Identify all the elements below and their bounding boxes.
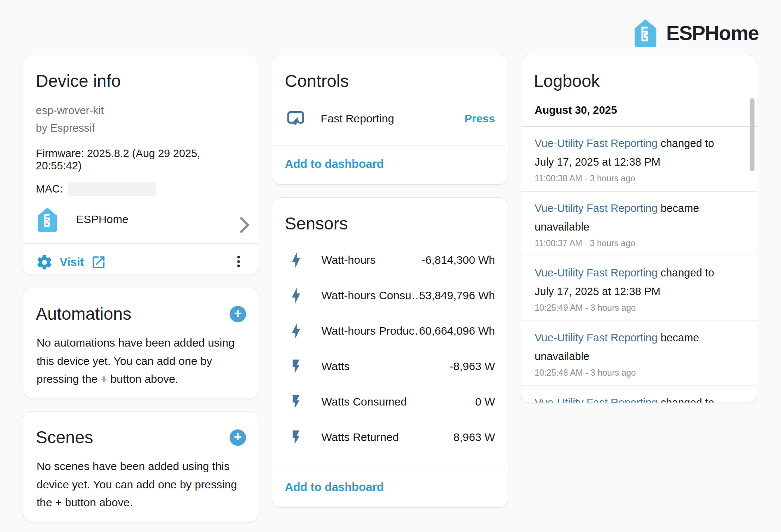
scenes-header: Scenes + — [23, 411, 259, 448]
visit-label: Visit — [60, 256, 84, 269]
integration-row-esphome[interactable]: ESPHome — [23, 196, 259, 243]
logbook-entry-message: Vue-Utility Fast Reporting became unavai… — [535, 329, 734, 366]
sensor-name: Watts Consumed — [321, 395, 407, 408]
logbook-entry: Vue-Utility Fast Reporting changed to Ju… — [521, 127, 757, 192]
sensor-row-watts-returned[interactable]: Watts Returned 8,963 W — [272, 419, 508, 455]
device-card-footer: Visit — [23, 243, 259, 275]
logbook-entity-link[interactable]: Vue-Utility Fast Reporting — [535, 397, 657, 403]
sensors-title: Sensors — [272, 198, 508, 234]
brand-name: ESPHome — [666, 21, 759, 44]
integration-name: ESPHome — [76, 213, 128, 226]
sensor-row-watt-hours-consumed[interactable]: Watt-hours Consu… 53,849,796 Wh — [272, 278, 508, 313]
logbook-entry-message: Vue-Utility Fast Reporting changed to Ju… — [535, 394, 734, 403]
gesture-tap-button-icon — [285, 108, 307, 129]
control-name: Fast Reporting — [321, 112, 394, 125]
device-page-grid: Device info esp-wrover-kit by Espressif … — [23, 55, 757, 522]
logbook-date-header: August 30, 2025 — [521, 91, 757, 126]
sensor-value: -6,814,300 Wh — [421, 254, 495, 266]
logbook-entry-message: Vue-Utility Fast Reporting changed to Ju… — [535, 134, 734, 172]
sensor-value: 60,664,096 Wh — [419, 325, 495, 337]
sensor-row-watts-consumed[interactable]: Watts Consumed 0 W — [272, 384, 508, 419]
column-right: Logbook August 30, 2025 Vue-Utility Fast… — [521, 55, 757, 522]
flash-icon — [288, 429, 304, 445]
sensor-name: Watt-hours Produc… — [321, 325, 419, 337]
add-scene-button[interactable]: + — [230, 429, 246, 446]
logbook-entry: Vue-Utility Fast Reporting changed to Ju… — [521, 256, 757, 321]
column-middle: Controls Fast Reporting Press Add to das… — [272, 55, 508, 522]
logbook-entry-message: Vue-Utility Fast Reporting became unavai… — [535, 199, 734, 237]
device-manufacturer: by Espressif — [36, 122, 95, 134]
logbook-entry: Vue-Utility Fast Reporting changed to Ju… — [521, 386, 757, 403]
flash-icon — [288, 394, 304, 410]
sensor-name: Watts — [321, 360, 350, 373]
esphome-logo-icon — [36, 207, 59, 232]
logbook-scroll-area[interactable]: August 30, 2025 Vue-Utility Fast Reporti… — [521, 91, 757, 403]
lightning-bolt-icon — [288, 323, 304, 339]
sensor-name: Watt-hours — [321, 254, 376, 266]
add-to-dashboard-link[interactable]: Add to dashboard — [285, 157, 384, 170]
sensor-name: Watt-hours Consu… — [321, 289, 419, 302]
controls-title: Controls — [272, 55, 508, 91]
visit-link[interactable]: Visit — [36, 254, 106, 271]
dots-vertical-icon[interactable] — [231, 254, 246, 270]
logbook-entry-time: 10:25:49 AM - 3 hours ago — [535, 303, 734, 314]
mac-redacted-value — [68, 182, 156, 196]
scenes-empty-text: No scenes have been added using this dev… — [23, 448, 259, 512]
sensor-row-watt-hours-produced[interactable]: Watt-hours Produc… 60,664,096 Wh — [272, 313, 508, 348]
device-info-card: Device info esp-wrover-kit by Espressif … — [23, 55, 259, 275]
logbook-scrollbar-thumb[interactable] — [750, 98, 754, 171]
lightning-bolt-icon — [288, 287, 304, 304]
esphome-logo-icon — [632, 19, 659, 47]
logbook-entry-time: 11:00:37 AM - 3 hours ago — [535, 238, 734, 249]
logbook-entity-link[interactable]: Vue-Utility Fast Reporting — [535, 202, 657, 214]
gear-icon — [36, 254, 53, 271]
logbook-entry-time: 11:00:38 AM - 3 hours ago — [535, 173, 734, 184]
press-button[interactable]: Press — [464, 112, 495, 125]
scenes-card: Scenes + No scenes have been added using… — [23, 411, 259, 522]
logbook-entity-link[interactable]: Vue-Utility Fast Reporting — [535, 267, 657, 279]
open-in-new-icon — [91, 254, 106, 270]
logbook-entry-time: 10:25:48 AM - 3 hours ago — [535, 367, 734, 379]
sensors-footer: Add to dashboard — [272, 469, 508, 507]
sensor-rows: Watt-hours -6,814,300 Wh Watt-hours Cons… — [272, 234, 508, 455]
logbook-entry: Vue-Utility Fast Reporting became unavai… — [521, 321, 757, 386]
sensor-name: Watts Returned — [321, 431, 399, 444]
mac-label: MAC: — [36, 183, 63, 195]
device-firmware: Firmware: 2025.8.2 (Aug 29 2025, 20:55:4… — [23, 137, 259, 172]
sensor-value: 0 W — [475, 395, 495, 408]
sensor-value: 53,849,796 Wh — [419, 289, 495, 302]
chevron-right-icon — [233, 213, 246, 226]
scenes-title: Scenes — [36, 427, 93, 448]
add-automation-button[interactable]: + — [230, 306, 246, 322]
device-info-title: Device info — [23, 55, 259, 91]
controls-footer: Add to dashboard — [272, 145, 508, 184]
sensor-row-watts[interactable]: Watts -8,963 W — [272, 348, 508, 384]
automations-title: Automations — [36, 304, 131, 324]
automations-header: Automations + — [23, 288, 259, 324]
logbook-entity-link[interactable]: Vue-Utility Fast Reporting — [535, 332, 657, 344]
column-left: Device info esp-wrover-kit by Espressif … — [23, 55, 259, 522]
sensor-value: -8,963 W — [449, 360, 495, 373]
lightning-bolt-icon — [288, 252, 304, 268]
logbook-entity-link[interactable]: Vue-Utility Fast Reporting — [535, 137, 657, 149]
logbook-title: Logbook — [521, 55, 757, 91]
flash-icon — [288, 358, 304, 375]
device-mac-row: MAC: — [23, 172, 259, 196]
esphome-brand: ESPHome — [632, 19, 759, 47]
device-name: esp-wrover-kit — [36, 104, 104, 116]
control-row-fast-reporting: Fast Reporting Press — [272, 91, 508, 129]
sensor-value: 8,963 W — [453, 431, 495, 444]
add-to-dashboard-link[interactable]: Add to dashboard — [285, 481, 384, 494]
logbook-entry-message: Vue-Utility Fast Reporting changed to Ju… — [535, 264, 734, 301]
logbook-entry: Vue-Utility Fast Reporting became unavai… — [521, 192, 757, 257]
device-name-and-manufacturer: esp-wrover-kit by Espressif — [23, 91, 259, 137]
logbook-card: Logbook August 30, 2025 Vue-Utility Fast… — [521, 55, 757, 403]
automations-empty-text: No automations have been added using thi… — [23, 324, 259, 388]
automations-card: Automations + No automations have been a… — [23, 288, 259, 398]
sensors-card: Sensors Watt-hours -6,814,300 Wh Watt-ho… — [272, 197, 508, 508]
controls-card: Controls Fast Reporting Press Add to das… — [272, 55, 508, 185]
sensor-row-watt-hours[interactable]: Watt-hours -6,814,300 Wh — [272, 242, 508, 278]
